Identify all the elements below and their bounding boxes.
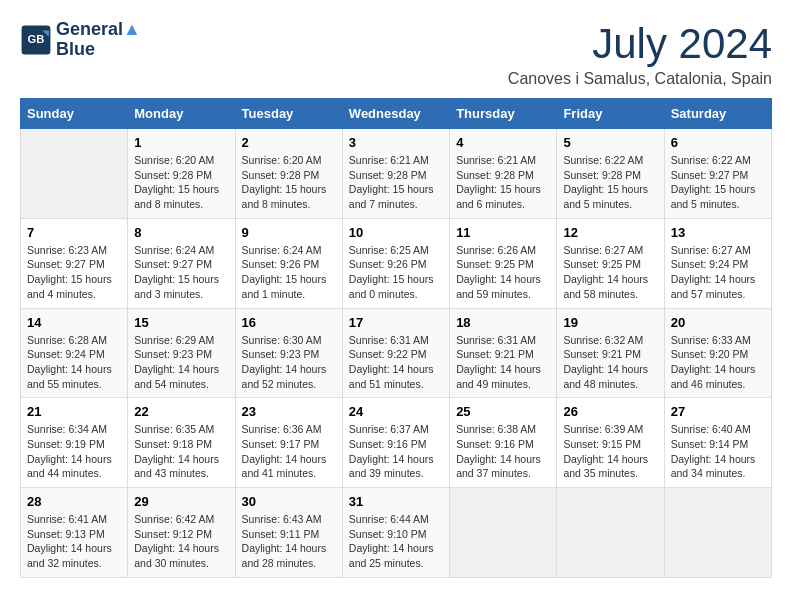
day-info: Sunrise: 6:34 AMSunset: 9:19 PMDaylight:… <box>27 422 121 481</box>
calendar-cell: 25Sunrise: 6:38 AMSunset: 9:16 PMDayligh… <box>450 398 557 488</box>
calendar-cell: 29Sunrise: 6:42 AMSunset: 9:12 PMDayligh… <box>128 488 235 578</box>
day-number: 21 <box>27 404 121 419</box>
day-number: 18 <box>456 315 550 330</box>
calendar-body: 1Sunrise: 6:20 AMSunset: 9:28 PMDaylight… <box>21 129 772 578</box>
calendar-cell: 12Sunrise: 6:27 AMSunset: 9:25 PMDayligh… <box>557 218 664 308</box>
calendar-table: SundayMondayTuesdayWednesdayThursdayFrid… <box>20 98 772 578</box>
day-info: Sunrise: 6:31 AMSunset: 9:22 PMDaylight:… <box>349 333 443 392</box>
day-number: 4 <box>456 135 550 150</box>
calendar-cell: 6Sunrise: 6:22 AMSunset: 9:27 PMDaylight… <box>664 129 771 219</box>
day-info: Sunrise: 6:23 AMSunset: 9:27 PMDaylight:… <box>27 243 121 302</box>
day-info: Sunrise: 6:28 AMSunset: 9:24 PMDaylight:… <box>27 333 121 392</box>
day-number: 14 <box>27 315 121 330</box>
calendar-cell: 3Sunrise: 6:21 AMSunset: 9:28 PMDaylight… <box>342 129 449 219</box>
svg-text:GB: GB <box>28 33 45 45</box>
day-info: Sunrise: 6:35 AMSunset: 9:18 PMDaylight:… <box>134 422 228 481</box>
calendar-cell: 11Sunrise: 6:26 AMSunset: 9:25 PMDayligh… <box>450 218 557 308</box>
logo: GB General▲ Blue <box>20 20 141 60</box>
day-number: 6 <box>671 135 765 150</box>
calendar-cell: 14Sunrise: 6:28 AMSunset: 9:24 PMDayligh… <box>21 308 128 398</box>
calendar-cell: 31Sunrise: 6:44 AMSunset: 9:10 PMDayligh… <box>342 488 449 578</box>
day-number: 22 <box>134 404 228 419</box>
day-number: 12 <box>563 225 657 240</box>
day-info: Sunrise: 6:31 AMSunset: 9:21 PMDaylight:… <box>456 333 550 392</box>
logo-icon: GB <box>20 24 52 56</box>
day-info: Sunrise: 6:24 AMSunset: 9:26 PMDaylight:… <box>242 243 336 302</box>
calendar-cell: 5Sunrise: 6:22 AMSunset: 9:28 PMDaylight… <box>557 129 664 219</box>
page-header: GB General▲ Blue July 2024 Canoves i Sam… <box>20 20 772 88</box>
day-number: 24 <box>349 404 443 419</box>
day-number: 9 <box>242 225 336 240</box>
day-number: 7 <box>27 225 121 240</box>
calendar-cell: 13Sunrise: 6:27 AMSunset: 9:24 PMDayligh… <box>664 218 771 308</box>
calendar-header-row: SundayMondayTuesdayWednesdayThursdayFrid… <box>21 99 772 129</box>
day-number: 29 <box>134 494 228 509</box>
calendar-cell: 16Sunrise: 6:30 AMSunset: 9:23 PMDayligh… <box>235 308 342 398</box>
header-tuesday: Tuesday <box>235 99 342 129</box>
day-number: 8 <box>134 225 228 240</box>
calendar-week-4: 21Sunrise: 6:34 AMSunset: 9:19 PMDayligh… <box>21 398 772 488</box>
day-info: Sunrise: 6:30 AMSunset: 9:23 PMDaylight:… <box>242 333 336 392</box>
day-info: Sunrise: 6:33 AMSunset: 9:20 PMDaylight:… <box>671 333 765 392</box>
calendar-cell: 17Sunrise: 6:31 AMSunset: 9:22 PMDayligh… <box>342 308 449 398</box>
header-monday: Monday <box>128 99 235 129</box>
calendar-cell: 7Sunrise: 6:23 AMSunset: 9:27 PMDaylight… <box>21 218 128 308</box>
day-number: 25 <box>456 404 550 419</box>
calendar-week-1: 1Sunrise: 6:20 AMSunset: 9:28 PMDaylight… <box>21 129 772 219</box>
calendar-cell <box>450 488 557 578</box>
day-info: Sunrise: 6:32 AMSunset: 9:21 PMDaylight:… <box>563 333 657 392</box>
day-info: Sunrise: 6:37 AMSunset: 9:16 PMDaylight:… <box>349 422 443 481</box>
calendar-cell: 22Sunrise: 6:35 AMSunset: 9:18 PMDayligh… <box>128 398 235 488</box>
day-info: Sunrise: 6:27 AMSunset: 9:24 PMDaylight:… <box>671 243 765 302</box>
day-info: Sunrise: 6:20 AMSunset: 9:28 PMDaylight:… <box>134 153 228 212</box>
day-info: Sunrise: 6:29 AMSunset: 9:23 PMDaylight:… <box>134 333 228 392</box>
location-title: Canoves i Samalus, Catalonia, Spain <box>508 70 772 88</box>
calendar-cell: 19Sunrise: 6:32 AMSunset: 9:21 PMDayligh… <box>557 308 664 398</box>
calendar-cell: 21Sunrise: 6:34 AMSunset: 9:19 PMDayligh… <box>21 398 128 488</box>
day-info: Sunrise: 6:22 AMSunset: 9:27 PMDaylight:… <box>671 153 765 212</box>
header-wednesday: Wednesday <box>342 99 449 129</box>
calendar-cell: 26Sunrise: 6:39 AMSunset: 9:15 PMDayligh… <box>557 398 664 488</box>
day-number: 13 <box>671 225 765 240</box>
calendar-week-5: 28Sunrise: 6:41 AMSunset: 9:13 PMDayligh… <box>21 488 772 578</box>
day-number: 19 <box>563 315 657 330</box>
day-number: 17 <box>349 315 443 330</box>
calendar-week-3: 14Sunrise: 6:28 AMSunset: 9:24 PMDayligh… <box>21 308 772 398</box>
calendar-cell <box>21 129 128 219</box>
day-number: 3 <box>349 135 443 150</box>
day-info: Sunrise: 6:22 AMSunset: 9:28 PMDaylight:… <box>563 153 657 212</box>
calendar-cell: 10Sunrise: 6:25 AMSunset: 9:26 PMDayligh… <box>342 218 449 308</box>
day-info: Sunrise: 6:44 AMSunset: 9:10 PMDaylight:… <box>349 512 443 571</box>
header-sunday: Sunday <box>21 99 128 129</box>
calendar-cell <box>664 488 771 578</box>
calendar-cell: 8Sunrise: 6:24 AMSunset: 9:27 PMDaylight… <box>128 218 235 308</box>
day-info: Sunrise: 6:39 AMSunset: 9:15 PMDaylight:… <box>563 422 657 481</box>
day-info: Sunrise: 6:21 AMSunset: 9:28 PMDaylight:… <box>456 153 550 212</box>
calendar-cell: 15Sunrise: 6:29 AMSunset: 9:23 PMDayligh… <box>128 308 235 398</box>
calendar-cell: 27Sunrise: 6:40 AMSunset: 9:14 PMDayligh… <box>664 398 771 488</box>
day-number: 1 <box>134 135 228 150</box>
calendar-cell: 9Sunrise: 6:24 AMSunset: 9:26 PMDaylight… <box>235 218 342 308</box>
day-number: 10 <box>349 225 443 240</box>
calendar-cell <box>557 488 664 578</box>
day-info: Sunrise: 6:41 AMSunset: 9:13 PMDaylight:… <box>27 512 121 571</box>
day-info: Sunrise: 6:25 AMSunset: 9:26 PMDaylight:… <box>349 243 443 302</box>
day-info: Sunrise: 6:42 AMSunset: 9:12 PMDaylight:… <box>134 512 228 571</box>
day-number: 2 <box>242 135 336 150</box>
day-info: Sunrise: 6:38 AMSunset: 9:16 PMDaylight:… <box>456 422 550 481</box>
calendar-cell: 20Sunrise: 6:33 AMSunset: 9:20 PMDayligh… <box>664 308 771 398</box>
calendar-week-2: 7Sunrise: 6:23 AMSunset: 9:27 PMDaylight… <box>21 218 772 308</box>
day-number: 5 <box>563 135 657 150</box>
day-number: 20 <box>671 315 765 330</box>
calendar-cell: 4Sunrise: 6:21 AMSunset: 9:28 PMDaylight… <box>450 129 557 219</box>
day-number: 30 <box>242 494 336 509</box>
day-number: 11 <box>456 225 550 240</box>
day-number: 31 <box>349 494 443 509</box>
day-info: Sunrise: 6:40 AMSunset: 9:14 PMDaylight:… <box>671 422 765 481</box>
calendar-cell: 2Sunrise: 6:20 AMSunset: 9:28 PMDaylight… <box>235 129 342 219</box>
header-thursday: Thursday <box>450 99 557 129</box>
day-number: 27 <box>671 404 765 419</box>
calendar-cell: 18Sunrise: 6:31 AMSunset: 9:21 PMDayligh… <box>450 308 557 398</box>
calendar-cell: 30Sunrise: 6:43 AMSunset: 9:11 PMDayligh… <box>235 488 342 578</box>
day-number: 26 <box>563 404 657 419</box>
